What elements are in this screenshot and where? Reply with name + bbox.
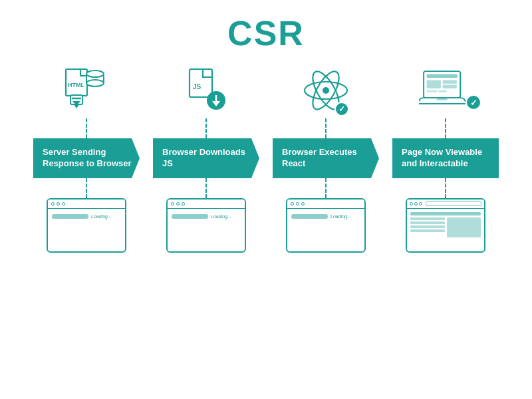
step2-banner: Browser Downloads JS xyxy=(153,138,259,178)
react-check-badge xyxy=(334,102,349,116)
dot3 xyxy=(419,202,422,205)
step3-banner: Browser Executes React xyxy=(273,138,379,178)
svg-rect-26 xyxy=(443,85,457,88)
step1-banner: Server Sending Response to Browser xyxy=(33,138,140,178)
svg-point-6 xyxy=(86,80,104,86)
loading-bar-3 xyxy=(291,214,328,219)
svg-rect-29 xyxy=(437,98,448,100)
dot1 xyxy=(171,202,174,205)
step3-browser-body: Loading... xyxy=(287,209,364,221)
dot3 xyxy=(182,202,185,205)
step4-browser xyxy=(406,198,485,253)
page: CSR HTML xyxy=(0,0,532,399)
react-icon xyxy=(303,67,349,116)
laptop-icon xyxy=(419,67,472,116)
diagram: HTML xyxy=(7,65,525,253)
dot3 xyxy=(62,202,65,205)
dot1 xyxy=(51,202,55,205)
step2-browser: Loading... xyxy=(166,198,246,253)
content-image xyxy=(447,217,481,237)
step3-browser-titlebar xyxy=(287,200,364,209)
loading-indicator-2: Loading... xyxy=(172,214,231,219)
dot3 xyxy=(301,202,305,205)
dot2 xyxy=(57,202,60,205)
loading-bar-2 xyxy=(172,214,208,219)
svg-text:JS: JS xyxy=(193,83,201,90)
step-4: ✓ Page Now Viewable and Interactable xyxy=(386,65,505,253)
step2-browser-body: Loading... xyxy=(168,209,245,221)
search-bar xyxy=(426,201,481,206)
svg-point-7 xyxy=(86,70,104,77)
loading-indicator-3: Loading... xyxy=(291,214,351,219)
js-file-icon: JS xyxy=(183,67,229,116)
content-bar xyxy=(410,212,481,215)
dot2 xyxy=(176,202,180,205)
dashed-line-bottom-2 xyxy=(205,178,207,198)
dashed-line-bottom-3 xyxy=(325,178,327,198)
step1-icon-area: HTML xyxy=(50,65,123,118)
laptop-check-badge: ✓ xyxy=(466,94,481,110)
loading-bar-1 xyxy=(52,214,88,219)
dashed-line-bottom-1 xyxy=(86,178,87,198)
step4-icon-area: ✓ xyxy=(406,65,485,118)
dot2 xyxy=(296,202,299,205)
step1-browser-body: Loading... xyxy=(48,209,125,221)
step3-browser: Loading... xyxy=(286,198,366,253)
step4-banner: Page Now Viewable and Interactable xyxy=(392,138,499,178)
dot1 xyxy=(410,202,413,205)
dashed-line-top-4 xyxy=(445,118,446,138)
page-title: CSR xyxy=(227,13,305,53)
dot1 xyxy=(291,202,294,205)
step-1: HTML xyxy=(27,65,146,253)
svg-rect-27 xyxy=(427,90,438,93)
loading-indicator-1: Loading... xyxy=(52,214,112,219)
content-list xyxy=(410,217,445,237)
svg-text:HTML: HTML xyxy=(68,82,84,88)
step4-browser-titlebar xyxy=(407,200,484,209)
step-3: Browser Executes React Loading... xyxy=(266,65,386,253)
dashed-line-top-2 xyxy=(205,118,207,138)
dashed-line-top-1 xyxy=(86,118,87,138)
svg-rect-28 xyxy=(438,90,446,93)
dashed-line-bottom-4 xyxy=(445,178,446,198)
dashed-line-top-3 xyxy=(325,118,327,138)
html-server-icon: HTML xyxy=(63,67,110,116)
svg-rect-25 xyxy=(443,80,457,83)
svg-point-21 xyxy=(323,87,329,94)
step3-icon-area xyxy=(289,65,362,118)
step2-browser-titlebar xyxy=(168,200,245,209)
step4-browser-body xyxy=(407,209,484,239)
svg-rect-23 xyxy=(427,74,458,78)
step-2: JS Browser Downloads JS xyxy=(146,65,266,253)
step2-icon-area: JS xyxy=(170,65,243,118)
svg-rect-24 xyxy=(427,80,441,88)
dot2 xyxy=(414,202,418,205)
step1-browser: Loading... xyxy=(47,198,126,253)
step1-browser-titlebar xyxy=(48,200,125,209)
